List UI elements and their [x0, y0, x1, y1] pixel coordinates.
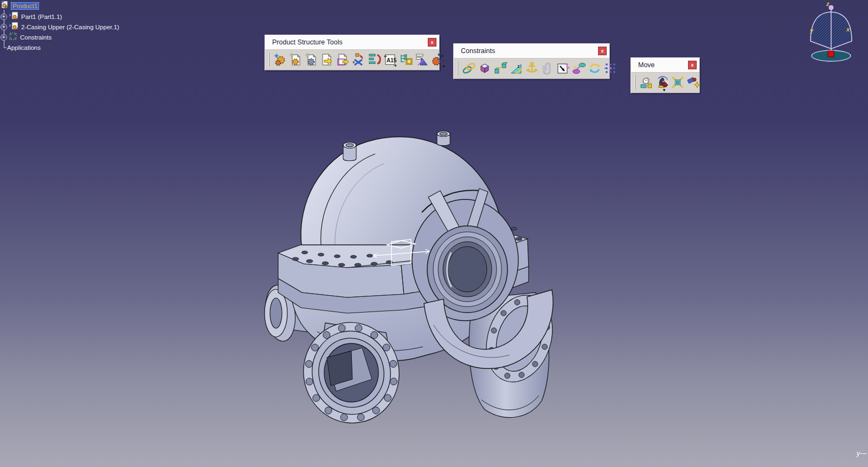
product-node-icon — [0, 1, 9, 11]
toolbar-title: Product Structure Tools — [272, 38, 343, 46]
part-node-icon — [9, 22, 18, 33]
tree-item-product1[interactable]: Product1 — [11, 2, 39, 10]
tree-item-constraints[interactable]: Constraints — [19, 34, 53, 41]
fix-together-icon[interactable] — [540, 61, 555, 76]
close-icon[interactable]: x — [428, 38, 436, 47]
compass-origin-handle[interactable] — [828, 51, 834, 57]
part-node-icon — [9, 11, 18, 22]
toolbar-title-bar[interactable]: Constraints x — [454, 44, 609, 59]
viewport-axis-label: y — [857, 450, 860, 457]
angle-constraint-icon[interactable]: 1 — [509, 61, 524, 76]
toolbar-product-structure-tools: Product Structure Tools x — [265, 35, 440, 70]
toolbar-title: Constraints — [461, 47, 495, 55]
generate-numbering-icon[interactable]: A15 — [383, 52, 398, 67]
close-icon[interactable]: x — [688, 61, 697, 69]
tree-expander-constraints[interactable]: + — [1, 34, 7, 41]
new-product-icon[interactable] — [304, 52, 319, 67]
change-constraint-icon[interactable] — [587, 61, 602, 76]
snap-icon[interactable]: ▼ — [654, 75, 670, 90]
offset-constraint-icon[interactable] — [493, 61, 508, 76]
tree-item-casing-upper[interactable]: 2-Casing Upper (2-Casing Upper.1) — [20, 24, 120, 30]
reuse-pattern-icon[interactable] — [603, 61, 618, 76]
toolbar-grip[interactable] — [268, 53, 269, 67]
viewport-axis-line — [860, 453, 867, 454]
new-part-icon[interactable] — [288, 52, 304, 67]
compass-x-label: x — [846, 26, 850, 33]
toolbar-title: Move — [638, 61, 655, 69]
existing-component-with-positioning-icon[interactable] — [336, 52, 351, 67]
svg-text:n: n — [441, 53, 443, 59]
flyout-arrow-icon[interactable]: ▼ — [662, 88, 666, 93]
toolbar-move: Move x ▼ — [631, 57, 700, 93]
toolbar-title-bar[interactable]: Move x — [631, 58, 699, 73]
existing-component-icon[interactable] — [320, 52, 335, 67]
constraints-node-icon — [9, 32, 17, 43]
tree-expander-casing-upper[interactable]: + — [1, 24, 7, 30]
tree-expander-part1[interactable]: + — [1, 14, 7, 20]
viewport-axis-indicator: y — [857, 450, 867, 457]
manipulation-icon[interactable] — [639, 75, 654, 90]
compass-y-label: y — [809, 27, 814, 34]
compass-z-label: z — [826, 1, 830, 7]
tree-item-applications[interactable]: Applications — [6, 44, 42, 51]
quick-constraint-icon[interactable] — [556, 61, 571, 76]
fast-multi-instantiation-icon[interactable]: n ▼ — [430, 52, 445, 67]
fix-anchor-icon[interactable] — [524, 61, 539, 76]
view-compass[interactable]: z y x — [781, 0, 868, 68]
explode-icon[interactable] — [670, 75, 685, 90]
replace-component-icon[interactable] — [351, 52, 367, 67]
flexible-rigid-sub-assembly-icon[interactable] — [571, 61, 587, 76]
catia-assembly-workspace: { "tree": { "items": [ { "label": "Produ… — [0, 0, 868, 467]
close-icon[interactable]: x — [598, 47, 607, 55]
top-boss[interactable] — [343, 142, 356, 161]
graph-tree-reordering-icon[interactable] — [367, 52, 382, 67]
toolbar-title-bar[interactable]: Product Structure Tools x — [265, 35, 439, 50]
smart-move-icon[interactable] — [686, 75, 701, 90]
specification-tree: Product1 + Part1 (Part1.1) + 2-Casing Up… — [0, 0, 163, 60]
manage-representations-icon[interactable] — [414, 52, 429, 67]
svg-text:A15: A15 — [387, 57, 397, 63]
toolbar-grip[interactable] — [457, 61, 458, 75]
toolbar-constraints: Constraints x 1 — [453, 43, 610, 79]
toolbar-grip[interactable] — [634, 75, 635, 89]
top-boss-2[interactable] — [437, 131, 450, 146]
svg-text:1: 1 — [517, 64, 520, 69]
selective-load-icon[interactable] — [398, 52, 414, 67]
component-icon[interactable] — [273, 52, 288, 67]
tree-item-part1[interactable]: Part1 (Part1.1) — [20, 14, 63, 20]
contact-constraint-icon[interactable] — [477, 61, 492, 76]
coincidence-constraint-icon[interactable] — [461, 61, 477, 76]
compass-top-handle[interactable] — [829, 5, 833, 10]
flyout-arrow-icon[interactable]: ▼ — [442, 64, 446, 68]
